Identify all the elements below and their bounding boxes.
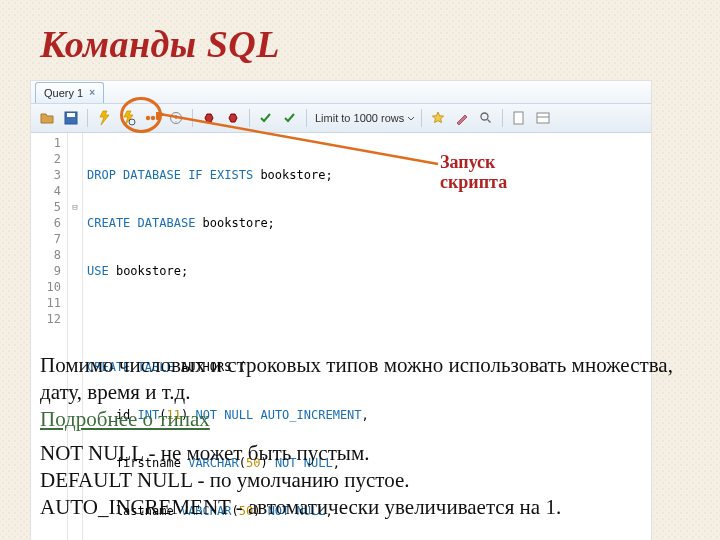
description-text: Помимо числовых и строковых типов можно … — [40, 352, 680, 433]
run-icon[interactable] — [94, 108, 114, 128]
check-icon[interactable] — [256, 108, 276, 128]
star-icon[interactable] — [428, 108, 448, 128]
toolbar: Limit to 1000 rows — [31, 104, 651, 133]
separator — [192, 109, 193, 127]
stop-icon[interactable] — [142, 108, 162, 128]
svg-point-2 — [129, 119, 135, 125]
limit-dropdown[interactable]: Limit to 1000 rows — [315, 112, 415, 124]
svg-rect-1 — [67, 113, 75, 117]
svg-rect-9 — [537, 113, 549, 123]
format-icon[interactable] — [452, 108, 472, 128]
tab-query1[interactable]: Query 1 × — [35, 82, 104, 103]
limit-label: Limit to 1000 rows — [315, 112, 404, 124]
svg-rect-8 — [514, 112, 523, 124]
separator — [421, 109, 422, 127]
svg-point-4 — [151, 116, 155, 120]
explain-icon[interactable] — [166, 108, 186, 128]
tab-strip: Query 1 × — [31, 81, 651, 104]
slide-title: Команды SQL — [40, 22, 280, 66]
check-icon[interactable] — [280, 108, 300, 128]
tab-label: Query 1 — [44, 83, 83, 103]
open-icon[interactable] — [37, 108, 57, 128]
separator — [502, 109, 503, 127]
separator — [306, 109, 307, 127]
page-icon[interactable] — [509, 108, 529, 128]
rollback-icon[interactable] — [223, 108, 243, 128]
notes-text: NOT NULL - не может быть пустым. DEFAULT… — [40, 440, 680, 521]
commit-icon[interactable] — [199, 108, 219, 128]
svg-point-5 — [156, 116, 159, 120]
callout-label: Запуск скрипта — [440, 152, 507, 192]
svg-point-3 — [146, 116, 150, 120]
run-selected-icon[interactable] — [118, 108, 138, 128]
svg-point-7 — [481, 113, 488, 120]
search-icon[interactable] — [476, 108, 496, 128]
separator — [87, 109, 88, 127]
close-icon[interactable]: × — [89, 83, 95, 103]
panel-icon[interactable] — [533, 108, 553, 128]
separator — [249, 109, 250, 127]
types-link[interactable]: Подробнее о типах — [40, 407, 210, 431]
save-icon[interactable] — [61, 108, 81, 128]
